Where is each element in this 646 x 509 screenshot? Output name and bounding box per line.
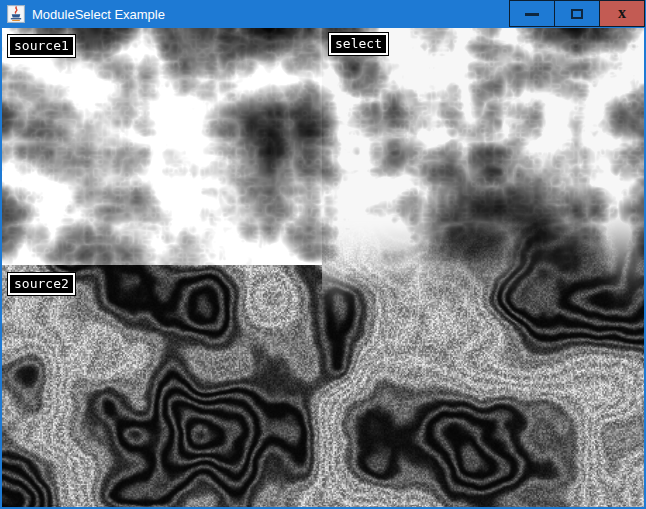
window-title: ModuleSelect Example bbox=[32, 7, 165, 22]
minimize-icon bbox=[525, 13, 539, 16]
label-select: select bbox=[329, 33, 388, 55]
titlebar[interactable]: ModuleSelect Example x bbox=[0, 0, 646, 28]
maximize-icon bbox=[571, 9, 583, 19]
app-window: ModuleSelect Example x source1 select so… bbox=[0, 0, 646, 509]
noise-render-canvas bbox=[2, 28, 644, 507]
close-button[interactable]: x bbox=[599, 0, 645, 27]
close-icon: x bbox=[618, 5, 626, 21]
window-controls: x bbox=[509, 0, 645, 27]
label-source1: source1 bbox=[8, 35, 75, 57]
maximize-button[interactable] bbox=[554, 0, 600, 27]
render-viewport: source1 select source2 bbox=[2, 28, 644, 507]
java-icon bbox=[7, 5, 25, 23]
minimize-button[interactable] bbox=[509, 0, 555, 27]
label-source2: source2 bbox=[8, 273, 75, 295]
